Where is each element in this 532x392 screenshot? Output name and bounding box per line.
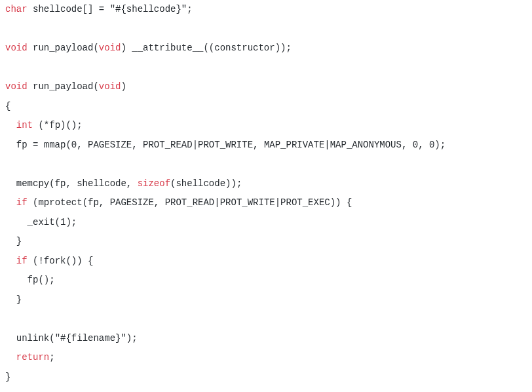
code-line: memcpy(fp, shellcode, sizeof(shellcode))… <box>5 174 527 194</box>
code-line <box>5 20 527 39</box>
code-token: memcpy(fp, shellcode, <box>5 178 138 189</box>
code-line: } <box>5 368 527 387</box>
code-token: return <box>16 352 49 363</box>
code-token: "#{filename}" <box>55 333 126 343</box>
code-token: run_payload( <box>28 43 99 53</box>
code-line: unlink("#{filename}"); <box>5 329 527 349</box>
code-token: void <box>99 81 121 92</box>
code-token <box>5 256 16 266</box>
code-token: if <box>16 197 28 208</box>
code-token: "#{shellcode}" <box>110 4 187 14</box>
code-token: (shellcode)); <box>170 178 242 189</box>
code-token: ); <box>126 333 138 343</box>
code-token: int <box>16 120 33 130</box>
code-token <box>5 120 16 130</box>
code-token: , <box>418 140 429 150</box>
code-token <box>5 197 16 208</box>
code-token: 0 <box>413 140 418 150</box>
code-token: 0 <box>71 140 77 150</box>
code-token: ); <box>434 140 446 150</box>
code-line: int (*fp)(); <box>5 116 527 136</box>
code-line: } <box>5 290 527 310</box>
code-token: void <box>5 81 28 92</box>
code-token: fp(); <box>5 275 55 285</box>
code-token: if <box>16 256 28 266</box>
code-token <box>5 352 16 363</box>
code-line <box>5 155 527 174</box>
code-token: ) __attribute__((constructor)); <box>121 43 291 53</box>
code-token: (*fp)(); <box>33 120 83 130</box>
code-line: void run_payload(void) __attribute__((co… <box>5 39 527 58</box>
code-line: if (!fork()) { <box>5 252 527 271</box>
code-line: { <box>5 97 527 117</box>
code-token: ); <box>66 217 77 227</box>
code-line <box>5 58 527 78</box>
code-token: ) <box>121 81 126 92</box>
code-token: , PAGESIZE, PROT_READ|PROT_WRITE, MAP_PR… <box>77 140 412 150</box>
code-token: run_payload( <box>28 81 99 92</box>
code-block: char shellcode[] = "#{shellcode}"; void … <box>0 0 532 387</box>
code-line: void run_payload(void) <box>5 77 527 97</box>
code-token: void <box>5 43 28 53</box>
code-token: _exit( <box>5 217 60 227</box>
code-token: } <box>5 236 22 246</box>
code-token: (mprotect(fp, PAGESIZE, PROT_READ|PROT_W… <box>28 197 352 208</box>
code-token: } <box>5 294 22 305</box>
code-token: ; <box>49 352 54 363</box>
code-token: { <box>5 101 10 111</box>
code-token: char <box>5 4 28 14</box>
code-token: unlink( <box>5 333 55 343</box>
code-line: fp = mmap(0, PAGESIZE, PROT_READ|PROT_WR… <box>5 136 527 155</box>
code-token: shellcode[] = <box>28 4 110 14</box>
code-line: fp(); <box>5 271 527 290</box>
code-token: sizeof <box>138 178 170 189</box>
code-token: (!fork()) { <box>28 256 94 266</box>
code-line: return; <box>5 348 527 368</box>
code-token: fp = mmap( <box>5 140 71 150</box>
code-line: if (mprotect(fp, PAGESIZE, PROT_READ|PRO… <box>5 193 527 213</box>
code-token: ; <box>187 4 192 14</box>
code-line: } <box>5 232 527 252</box>
code-token: } <box>5 372 10 382</box>
code-line: char shellcode[] = "#{shellcode}"; <box>5 0 527 20</box>
code-line <box>5 309 527 329</box>
code-line: _exit(1); <box>5 213 527 233</box>
code-token: void <box>99 43 121 53</box>
